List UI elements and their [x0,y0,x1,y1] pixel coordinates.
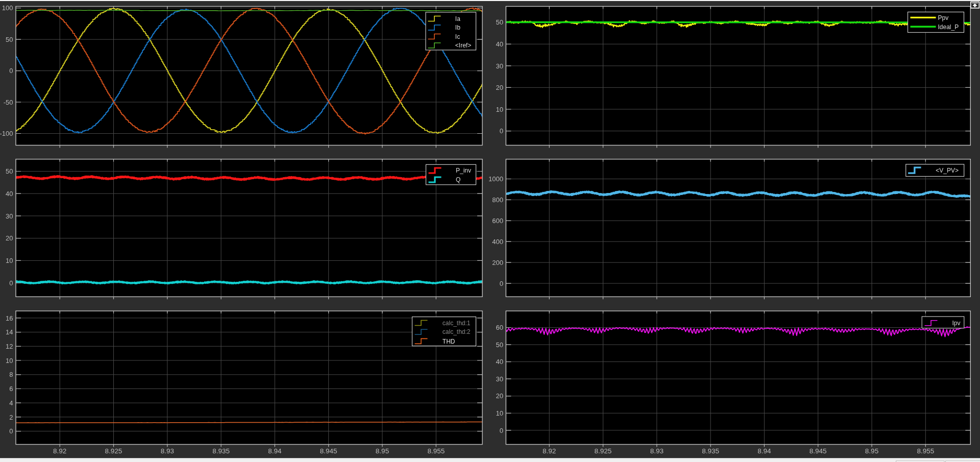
svg-text:0: 0 [9,279,13,287]
svg-text:8.93: 8.93 [161,447,174,455]
svg-text:P_inv: P_inv [456,167,471,174]
svg-text:400: 400 [492,238,503,246]
svg-text:40: 40 [6,190,13,198]
svg-text:8.945: 8.945 [320,447,337,455]
svg-text:8.94: 8.94 [268,447,282,455]
svg-text:20: 20 [496,392,503,400]
svg-text:-100: -100 [0,130,13,137]
svg-text:Ic: Ic [455,33,460,40]
svg-text:800: 800 [492,196,503,204]
svg-text:0: 0 [9,427,13,435]
svg-text:40: 40 [496,358,503,366]
svg-text:Ideal_P: Ideal_P [938,23,959,31]
svg-text:30: 30 [496,62,503,70]
svg-text:8.925: 8.925 [595,447,612,455]
svg-text:2: 2 [9,414,13,421]
svg-text:8.935: 8.935 [702,447,719,455]
svg-text:4: 4 [9,399,13,407]
svg-text:10: 10 [496,106,503,113]
svg-text:Ib: Ib [455,24,460,31]
svg-text:Ia: Ia [455,15,460,22]
svg-text:14: 14 [6,328,13,336]
svg-text:40: 40 [496,40,503,48]
svg-text:8: 8 [9,371,13,378]
svg-text:8.93: 8.93 [650,447,664,455]
svg-text:Ipv: Ipv [952,320,961,327]
svg-text:0: 0 [500,427,503,434]
svg-text:8.945: 8.945 [810,447,827,455]
svg-text:30: 30 [6,212,13,220]
svg-text:8.955: 8.955 [917,447,934,455]
svg-text:8.95: 8.95 [865,447,878,455]
svg-text:0: 0 [9,67,13,75]
svg-text:Q: Q [456,176,460,183]
svg-text:10: 10 [6,257,13,264]
svg-text:0: 0 [500,127,503,135]
svg-text:12: 12 [6,343,13,350]
svg-text:6: 6 [9,385,13,393]
svg-text:calc_thd:1: calc_thd:1 [443,320,471,327]
svg-text:600: 600 [492,217,503,225]
svg-text:8.925: 8.925 [105,447,122,455]
svg-text:30: 30 [496,375,503,383]
svg-text:50: 50 [496,18,503,26]
svg-text:THD: THD [443,338,455,345]
svg-text:8.92: 8.92 [543,447,556,455]
svg-text:8.92: 8.92 [53,447,66,455]
svg-text:8.95: 8.95 [376,447,389,455]
svg-text:-50: -50 [4,99,13,106]
svg-text:Ppv: Ppv [938,14,949,21]
svg-text:10: 10 [496,409,503,417]
svg-text:0: 0 [500,280,503,287]
svg-text:60: 60 [496,324,503,331]
svg-text:200: 200 [492,259,503,266]
svg-text:50: 50 [496,341,503,349]
svg-text:8.94: 8.94 [757,447,771,455]
svg-text:calc_thd:2: calc_thd:2 [443,328,471,335]
svg-text:8.955: 8.955 [427,447,445,455]
svg-text:<V_PV>: <V_PV> [936,167,959,174]
svg-text:<Iref>: <Iref> [455,42,471,49]
svg-text:1000: 1000 [488,175,503,183]
svg-text:10: 10 [6,357,13,364]
svg-text:8.935: 8.935 [212,447,230,455]
svg-text:16: 16 [6,314,13,322]
svg-text:20: 20 [6,234,13,242]
svg-text:100: 100 [2,4,13,12]
svg-text:50: 50 [6,167,13,175]
svg-text:20: 20 [496,84,503,91]
svg-text:50: 50 [6,36,13,43]
